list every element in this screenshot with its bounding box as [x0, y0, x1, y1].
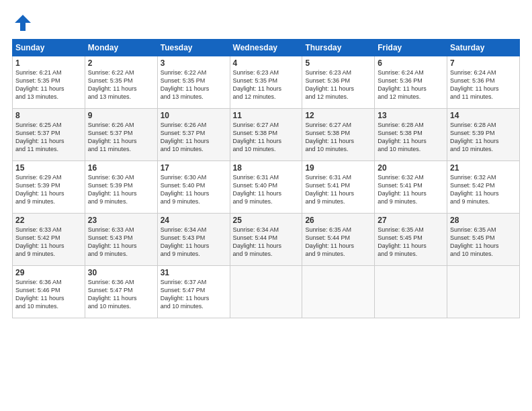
day-number: 23 [88, 216, 154, 225]
calendar-cell: 22Sunrise: 6:33 AM Sunset: 5:42 PM Dayli… [13, 214, 85, 266]
day-number: 16 [88, 163, 154, 173]
calendar-cell: 14Sunrise: 6:28 AM Sunset: 5:39 PM Dayli… [447, 109, 520, 161]
day-header-friday: Friday [375, 40, 447, 56]
day-info: Sunrise: 6:35 AM Sunset: 5:45 PM Dayligh… [378, 226, 444, 259]
calendar-cell: 15Sunrise: 6:29 AM Sunset: 5:39 PM Dayli… [13, 161, 85, 214]
calendar-cell: 3Sunrise: 6:22 AM Sunset: 5:35 PM Daylig… [157, 56, 230, 109]
calendar-body: 1Sunrise: 6:21 AM Sunset: 5:35 PM Daylig… [13, 56, 520, 318]
day-number: 25 [233, 216, 300, 225]
day-info: Sunrise: 6:36 AM Sunset: 5:46 PM Dayligh… [15, 278, 82, 311]
day-info: Sunrise: 6:34 AM Sunset: 5:43 PM Dayligh… [161, 226, 227, 259]
day-info: Sunrise: 6:24 AM Sunset: 5:36 PM Dayligh… [378, 68, 444, 101]
day-number: 24 [161, 216, 227, 225]
calendar-cell: 25Sunrise: 6:34 AM Sunset: 5:44 PM Dayli… [230, 214, 302, 266]
day-number: 15 [15, 163, 82, 173]
calendar-cell: 24Sunrise: 6:34 AM Sunset: 5:43 PM Dayli… [157, 214, 230, 266]
calendar-cell: 1Sunrise: 6:21 AM Sunset: 5:35 PM Daylig… [13, 56, 85, 109]
day-number: 17 [161, 163, 227, 173]
day-number: 21 [450, 163, 517, 173]
day-number: 1 [15, 58, 82, 68]
day-number: 8 [15, 111, 82, 120]
calendar-cell: 26Sunrise: 6:35 AM Sunset: 5:44 PM Dayli… [302, 214, 375, 266]
day-number: 4 [233, 58, 300, 68]
calendar-cell: 5Sunrise: 6:23 AM Sunset: 5:36 PM Daylig… [302, 56, 375, 109]
day-info: Sunrise: 6:28 AM Sunset: 5:38 PM Dayligh… [378, 121, 444, 154]
day-info: Sunrise: 6:23 AM Sunset: 5:35 PM Dayligh… [233, 68, 300, 101]
day-header-monday: Monday [85, 40, 157, 56]
day-number: 28 [450, 216, 517, 225]
logo-icon [12, 12, 34, 34]
calendar-cell: 18Sunrise: 6:31 AM Sunset: 5:40 PM Dayli… [230, 161, 302, 214]
calendar-cell: 10Sunrise: 6:26 AM Sunset: 5:37 PM Dayli… [157, 109, 230, 161]
day-number: 19 [305, 163, 371, 173]
day-number: 6 [378, 58, 444, 68]
day-info: Sunrise: 6:30 AM Sunset: 5:40 PM Dayligh… [161, 173, 227, 206]
calendar-cell: 9Sunrise: 6:26 AM Sunset: 5:37 PM Daylig… [85, 109, 157, 161]
calendar-cell: 27Sunrise: 6:35 AM Sunset: 5:45 PM Dayli… [375, 214, 447, 266]
day-info: Sunrise: 6:29 AM Sunset: 5:39 PM Dayligh… [15, 173, 82, 206]
calendar-cell: 29Sunrise: 6:36 AM Sunset: 5:46 PM Dayli… [13, 266, 85, 318]
day-info: Sunrise: 6:26 AM Sunset: 5:37 PM Dayligh… [161, 121, 227, 154]
calendar-week-4: 29Sunrise: 6:36 AM Sunset: 5:46 PM Dayli… [13, 266, 520, 318]
day-info: Sunrise: 6:22 AM Sunset: 5:35 PM Dayligh… [161, 68, 227, 101]
day-number: 27 [378, 216, 444, 225]
day-info: Sunrise: 6:35 AM Sunset: 5:45 PM Dayligh… [450, 226, 517, 259]
calendar-cell: 19Sunrise: 6:31 AM Sunset: 5:41 PM Dayli… [302, 161, 375, 214]
day-number: 30 [88, 268, 154, 277]
calendar-week-2: 15Sunrise: 6:29 AM Sunset: 5:39 PM Dayli… [13, 161, 520, 214]
calendar-week-1: 8Sunrise: 6:25 AM Sunset: 5:37 PM Daylig… [13, 109, 520, 161]
calendar-cell: 17Sunrise: 6:30 AM Sunset: 5:40 PM Dayli… [157, 161, 230, 214]
day-info: Sunrise: 6:37 AM Sunset: 5:47 PM Dayligh… [161, 278, 227, 311]
day-info: Sunrise: 6:25 AM Sunset: 5:37 PM Dayligh… [15, 121, 82, 154]
day-number: 7 [450, 58, 517, 68]
calendar-cell: 6Sunrise: 6:24 AM Sunset: 5:36 PM Daylig… [375, 56, 447, 109]
calendar-cell: 8Sunrise: 6:25 AM Sunset: 5:37 PM Daylig… [13, 109, 85, 161]
calendar-cell: 23Sunrise: 6:33 AM Sunset: 5:43 PM Dayli… [85, 214, 157, 266]
day-number: 26 [305, 216, 371, 225]
day-info: Sunrise: 6:34 AM Sunset: 5:44 PM Dayligh… [233, 226, 300, 259]
day-header-saturday: Saturday [447, 40, 520, 56]
calendar-table: SundayMondayTuesdayWednesdayThursdayFrid… [12, 39, 520, 318]
day-header-wednesday: Wednesday [230, 40, 302, 56]
day-number: 22 [15, 216, 82, 225]
page: SundayMondayTuesdayWednesdayThursdayFrid… [0, 0, 532, 411]
day-number: 3 [161, 58, 227, 68]
day-header-thursday: Thursday [302, 40, 375, 56]
calendar-week-3: 22Sunrise: 6:33 AM Sunset: 5:42 PM Dayli… [13, 214, 520, 266]
calendar-cell: 30Sunrise: 6:36 AM Sunset: 5:47 PM Dayli… [85, 266, 157, 318]
day-number: 11 [233, 111, 300, 120]
day-header-tuesday: Tuesday [157, 40, 230, 56]
day-number: 12 [305, 111, 371, 120]
calendar-cell: 11Sunrise: 6:27 AM Sunset: 5:38 PM Dayli… [230, 109, 302, 161]
calendar-cell [302, 266, 375, 318]
day-number: 9 [88, 111, 154, 120]
calendar-cell: 4Sunrise: 6:23 AM Sunset: 5:35 PM Daylig… [230, 56, 302, 109]
day-number: 29 [15, 268, 82, 277]
day-info: Sunrise: 6:21 AM Sunset: 5:35 PM Dayligh… [15, 68, 82, 101]
day-info: Sunrise: 6:27 AM Sunset: 5:38 PM Dayligh… [305, 121, 371, 154]
day-info: Sunrise: 6:33 AM Sunset: 5:43 PM Dayligh… [88, 226, 154, 259]
calendar-cell: 16Sunrise: 6:30 AM Sunset: 5:39 PM Dayli… [85, 161, 157, 214]
calendar-week-0: 1Sunrise: 6:21 AM Sunset: 5:35 PM Daylig… [13, 56, 520, 109]
calendar-cell [375, 266, 447, 318]
calendar-cell: 2Sunrise: 6:22 AM Sunset: 5:35 PM Daylig… [85, 56, 157, 109]
calendar-cell: 7Sunrise: 6:24 AM Sunset: 5:36 PM Daylig… [447, 56, 520, 109]
calendar-cell: 13Sunrise: 6:28 AM Sunset: 5:38 PM Dayli… [375, 109, 447, 161]
calendar-cell: 20Sunrise: 6:32 AM Sunset: 5:41 PM Dayli… [375, 161, 447, 214]
day-info: Sunrise: 6:32 AM Sunset: 5:42 PM Dayligh… [450, 173, 517, 206]
logo [12, 12, 36, 34]
day-info: Sunrise: 6:26 AM Sunset: 5:37 PM Dayligh… [88, 121, 154, 154]
day-info: Sunrise: 6:32 AM Sunset: 5:41 PM Dayligh… [378, 173, 444, 206]
day-info: Sunrise: 6:23 AM Sunset: 5:36 PM Dayligh… [305, 68, 371, 101]
day-number: 13 [378, 111, 444, 120]
day-info: Sunrise: 6:22 AM Sunset: 5:35 PM Dayligh… [88, 68, 154, 101]
calendar-cell [230, 266, 302, 318]
day-info: Sunrise: 6:31 AM Sunset: 5:41 PM Dayligh… [305, 173, 371, 206]
day-header-sunday: Sunday [13, 40, 85, 56]
day-number: 10 [161, 111, 227, 120]
day-number: 2 [88, 58, 154, 68]
day-info: Sunrise: 6:33 AM Sunset: 5:42 PM Dayligh… [15, 226, 82, 259]
day-info: Sunrise: 6:31 AM Sunset: 5:40 PM Dayligh… [233, 173, 300, 206]
day-info: Sunrise: 6:28 AM Sunset: 5:39 PM Dayligh… [450, 121, 517, 154]
day-info: Sunrise: 6:35 AM Sunset: 5:44 PM Dayligh… [305, 226, 371, 259]
